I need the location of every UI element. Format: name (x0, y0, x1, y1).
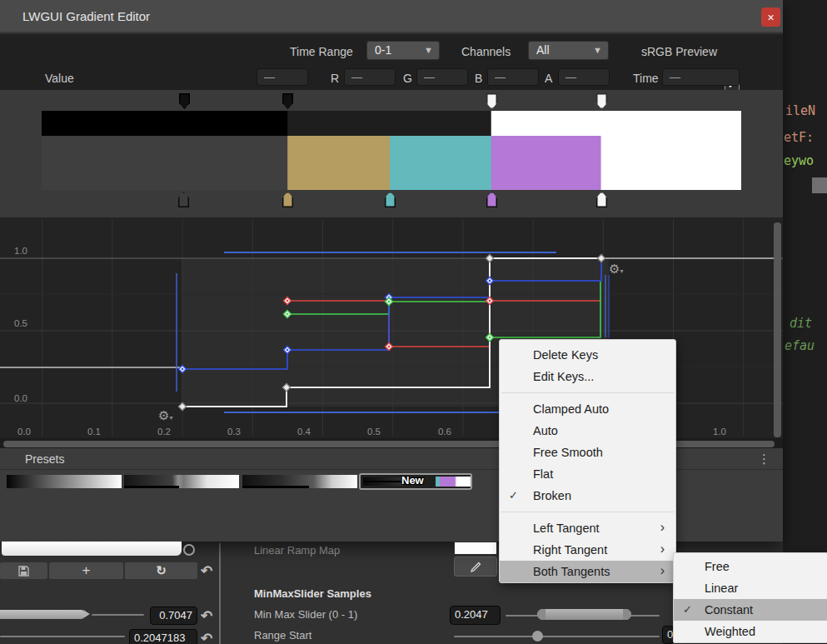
undo-icon[interactable]: ↶ (201, 562, 212, 580)
submenu-item-constant[interactable]: ✓ Constant (674, 599, 827, 621)
submenu-item-weighted[interactable]: Weighted (674, 621, 827, 642)
range-start-thumb[interactable] (532, 631, 543, 642)
context-menu: Delete Keys Edit Keys... Clamped Auto Au… (499, 339, 676, 583)
menu-item-delete-keys[interactable]: Delete Keys (500, 344, 675, 366)
x-axis-tick: 1.0 (713, 427, 726, 437)
time-label: Time (633, 72, 659, 85)
gear-icon[interactable]: ⚙▾ (158, 408, 172, 423)
titlebar[interactable]: LWGUI Gradient Editor × (0, 0, 783, 33)
y-axis-tick: 0.0 (14, 393, 27, 403)
color-key-handle[interactable] (178, 192, 189, 207)
alpha-key-handle[interactable] (282, 93, 293, 109)
range-slider-track-2[interactable] (0, 636, 125, 637)
curve-key-dot (489, 280, 491, 282)
plus-icon: + (82, 562, 91, 579)
menu-item-right-tangent[interactable]: Right Tangent › (500, 539, 675, 561)
r-field[interactable]: — (344, 68, 396, 86)
alpha-gradient-band[interactable] (42, 111, 741, 136)
preset-swatch-1[interactable] (7, 475, 122, 488)
color-key-handle[interactable] (282, 192, 293, 207)
alpha-key-handle[interactable] (486, 93, 497, 109)
g-label: G (403, 72, 412, 85)
kebab-menu-icon[interactable]: ⋮ (758, 452, 770, 467)
ramp-preview-strip[interactable] (454, 542, 497, 555)
r-label: R (331, 72, 339, 85)
y-axis-tick: 0.5 (14, 318, 27, 328)
value-field[interactable]: — (257, 68, 308, 86)
time-range-dropdown[interactable]: 0-1 ▼ (366, 41, 440, 60)
chevron-down-icon: ▼ (424, 42, 433, 59)
preset-swatch-2[interactable] (124, 475, 239, 488)
submenu-item-free[interactable]: Free (674, 556, 827, 577)
color-gradient-band[interactable] (42, 136, 741, 190)
save-button[interactable] (0, 562, 47, 579)
ramp-slider-track[interactable] (92, 614, 144, 616)
code-selection-block (812, 177, 827, 193)
y-axis-tick: 1.0 (14, 246, 27, 256)
menu-item-auto[interactable]: Auto (500, 420, 675, 442)
menu-item-left-tangent[interactable]: Left Tangent › (500, 517, 675, 539)
minmax-value-field[interactable]: 0.2047 (450, 606, 501, 625)
curve-key-dot (286, 349, 289, 352)
color-key-handle[interactable] (596, 192, 607, 207)
alpha-underline (124, 486, 179, 488)
undo-icon[interactable]: ↶ (201, 630, 212, 644)
code-text-fragment: eywo (784, 153, 814, 168)
gear-icon[interactable]: ⚙▾ (609, 262, 623, 277)
new-preset-thumb-right (436, 477, 471, 487)
channels-dropdown[interactable]: All ▼ (528, 41, 609, 60)
range-start-track[interactable] (454, 636, 660, 637)
preset-swatch-3[interactable] (242, 475, 357, 488)
tangent-submenu: Free Linear ✓ Constant Weighted (673, 552, 827, 643)
a-field[interactable]: — (558, 68, 610, 86)
menu-item-broken[interactable]: ✓ Broken (500, 485, 675, 507)
clipped-value-field: 0 (662, 626, 674, 644)
minmax-label: Min Max Slider (0 - 1) (254, 608, 357, 621)
time-field[interactable]: — (662, 68, 740, 86)
pane-divider (219, 543, 221, 644)
refresh-button[interactable]: ↻ (125, 562, 197, 579)
x-axis-tick: 0.6 (438, 427, 451, 437)
minmax-slider-min-handle[interactable] (537, 609, 546, 620)
curve-key-dot (388, 346, 391, 348)
range-value-field[interactable]: 0.2047183 (129, 629, 197, 644)
edit-gradient-button[interactable] (454, 557, 497, 577)
add-button[interactable]: + (49, 562, 123, 579)
control-row: Time Range 0-1 ▼ Channels All ▼ sRGB Pre… (0, 35, 783, 90)
minmax-slider-range[interactable] (537, 609, 631, 620)
menu-item-both-tangents[interactable]: Both Tangents › (500, 561, 675, 582)
curve-key-dot (286, 300, 289, 302)
color-key-handle[interactable] (486, 192, 497, 207)
code-editor-strip: ileNetF:eywoditefau (783, 0, 827, 644)
menu-separator (501, 512, 674, 512)
minmax-slider-max-handle[interactable] (623, 609, 631, 620)
alpha-key-handle[interactable] (596, 93, 607, 109)
ramp-slider-thumb[interactable] (83, 610, 90, 618)
submenu-item-linear[interactable]: Linear (674, 577, 827, 599)
refresh-icon: ↻ (156, 563, 167, 578)
curve-key-dot (182, 368, 184, 371)
linear-ramp-label: Linear Ramp Map (254, 544, 340, 557)
menu-item-clamped-auto[interactable]: Clamped Auto (500, 398, 675, 420)
g-field[interactable]: — (416, 68, 468, 86)
menu-item-free-smooth[interactable]: Free Smooth (500, 442, 675, 463)
submenu-arrow-icon: › (660, 538, 665, 560)
close-button[interactable]: × (761, 7, 780, 27)
alpha-key-handle[interactable] (179, 93, 190, 109)
menu-item-edit-keys[interactable]: Edit Keys... (500, 366, 675, 387)
a-label: A (545, 72, 552, 85)
minmax-header: MinMaxSlider Samples (254, 587, 371, 600)
menu-item-flat[interactable]: Flat (500, 463, 675, 485)
gradient-field-bar[interactable] (2, 542, 182, 556)
preset-new-button[interactable]: New (359, 473, 472, 490)
vscrollbar-thumb[interactable] (774, 222, 781, 437)
undo-icon[interactable]: ↶ (201, 607, 212, 625)
b-field[interactable]: — (487, 68, 539, 86)
code-text-fragment: ileN (785, 103, 815, 118)
ramp-value-field[interactable]: 0.7047 (150, 607, 197, 625)
code-text-fragment: etF: (784, 130, 814, 145)
color-key-handle[interactable] (385, 192, 396, 207)
new-preset-thumb-left (363, 477, 403, 486)
x-axis-tick: 0.1 (87, 427, 101, 437)
pencil-icon (470, 561, 482, 573)
